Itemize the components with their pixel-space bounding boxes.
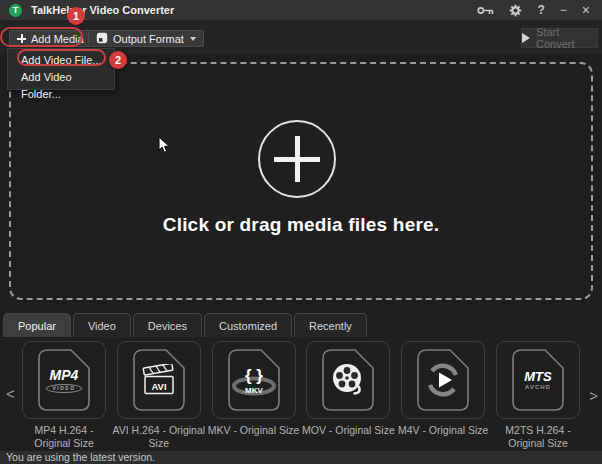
clapperboard-icon: AVI [140, 364, 178, 397]
tab-video[interactable]: Video [73, 313, 131, 337]
tab-recently[interactable]: Recently [294, 313, 367, 337]
scroll-right-arrow[interactable]: > [589, 387, 598, 404]
menu-item-add-video-folder[interactable]: Add Video Folder... [8, 69, 114, 86]
svg-text:AVI: AVI [151, 381, 166, 392]
output-format-label: Output Format [113, 33, 184, 45]
help-icon[interactable]: ? [537, 4, 544, 16]
format-card-box: MP4 VIDEO [22, 341, 106, 419]
format-card-box: { } MKV [212, 341, 296, 419]
play-icon [522, 33, 530, 43]
svg-text:MKV: MKV [245, 386, 263, 395]
format-card-box: MTS AVCHD [496, 341, 580, 419]
window-controls: ? − × [477, 0, 602, 20]
format-card-box [306, 341, 390, 419]
format-card-box: AVI [117, 341, 201, 419]
chevron-down-icon [190, 37, 196, 41]
mts-badge: MTS [524, 370, 551, 383]
drop-zone-hint: Click or drag media files here. [0, 214, 602, 236]
status-bar: You are using the latest version. [0, 451, 602, 464]
tab-popular[interactable]: Popular [3, 313, 71, 337]
svg-text:{ }: { } [245, 366, 263, 385]
format-label: MP4 H.264 - Original Size [16, 424, 112, 450]
film-reel-icon [328, 360, 368, 400]
window-title: TalkHelper Video Converter [31, 4, 174, 16]
format-label: M2TS H.264 - Original Size [490, 424, 586, 450]
mp4-video-sub: VIDEO [46, 384, 82, 393]
format-label: MKV - Original Size [206, 424, 302, 437]
mts-avchd-sub: AVCHD [525, 384, 551, 390]
mouse-cursor [158, 136, 170, 158]
format-card-mkv[interactable]: { } MKV MKV - Original Size [212, 341, 296, 450]
output-format-icon [96, 32, 108, 46]
title-bar: T TalkHelper Video Converter ? − × [0, 0, 602, 20]
annotation-oval-add-media [0, 27, 83, 47]
annotation-step-1-badge: 1 [67, 7, 85, 25]
tab-devices[interactable]: Devices [133, 313, 202, 337]
format-card-mp4[interactable]: MP4 VIDEO MP4 H.264 - Original Size [22, 341, 106, 450]
add-media-plus-icon[interactable] [258, 120, 336, 198]
annotation-step-2-badge: 2 [109, 51, 127, 69]
scroll-left-arrow[interactable]: < [6, 385, 15, 402]
mp4-badge: MP4 [50, 368, 79, 382]
play-refresh-icon [423, 360, 463, 400]
format-card-box [401, 341, 485, 419]
settings-gear-icon[interactable] [509, 4, 522, 17]
format-label: MOV - Original Size [300, 424, 396, 437]
register-key-icon[interactable] [477, 5, 494, 16]
tab-customized[interactable]: Customized [204, 313, 292, 337]
format-label: AVI H.264 - Original Size [111, 424, 207, 450]
start-convert-label: Start Convert [536, 26, 597, 50]
mkv-braces-icon: { } MKV [229, 359, 279, 401]
start-convert-button[interactable]: Start Convert [521, 28, 598, 48]
format-card-avi[interactable]: AVI AVI H.264 - Original Size [117, 341, 201, 450]
close-icon[interactable]: × [582, 3, 590, 17]
format-category-tabs: Popular Video Devices Customized Recentl… [3, 313, 367, 337]
minimize-icon[interactable]: − [560, 4, 567, 16]
format-card-mts[interactable]: MTS AVCHD M2TS H.264 - Original Size [496, 341, 580, 450]
format-label: M4V - Original Size [395, 424, 491, 437]
output-format-button[interactable]: Output Format [88, 30, 204, 47]
annotation-oval-add-video-file [17, 49, 106, 66]
format-card-m4v[interactable]: M4V - Original Size [401, 341, 485, 450]
format-card-mov[interactable]: MOV - Original Size [306, 341, 390, 450]
status-text: You are using the latest version. [6, 451, 155, 463]
format-list: MP4 VIDEO MP4 H.264 - Original Size [22, 341, 580, 450]
app-logo: T [9, 4, 22, 17]
